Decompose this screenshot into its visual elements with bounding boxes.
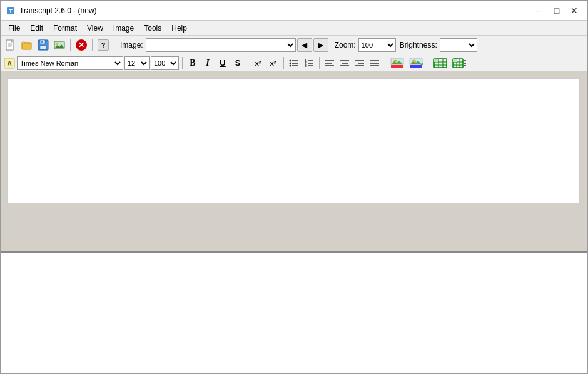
svg-rect-12 — [40, 46, 46, 49]
svg-rect-13 — [41, 41, 43, 43]
unordered-list-button[interactable] — [287, 56, 301, 70]
split-container — [1, 72, 587, 373]
font-name-select[interactable]: Times New Roman Arial Courier New Verdan… — [17, 56, 123, 70]
menu-help[interactable]: Help — [166, 23, 192, 34]
nav-prev-button[interactable]: ◀ — [297, 38, 312, 52]
insert-table-button[interactable] — [432, 56, 449, 70]
svg-text:T: T — [9, 8, 13, 14]
window-title: Transcript 2.6.0 - (new) — [19, 6, 97, 15]
nav-next-button[interactable]: ▶ — [313, 38, 328, 52]
ordered-list-button[interactable]: 1. 2. 3. — [302, 56, 316, 70]
svg-point-15 — [56, 43, 58, 45]
app-window: T Transcript 2.6.0 - (new) ─ □ ✕ File Ed… — [0, 0, 588, 374]
toolbar-format: A Times New Roman Arial Courier New Verd… — [1, 54, 587, 72]
text-color-button[interactable] — [388, 56, 406, 70]
brightness-select[interactable]: 25 50 75 100 — [440, 38, 477, 52]
menu-tools[interactable]: Tools — [139, 23, 166, 34]
app-icon: T — [6, 6, 16, 16]
menu-view[interactable]: View — [82, 23, 108, 34]
titlebar: T Transcript 2.6.0 - (new) ─ □ ✕ — [1, 1, 587, 21]
format-sep-1 — [182, 57, 183, 69]
zoom-label: Zoom: — [335, 41, 356, 49]
svg-rect-50 — [410, 65, 422, 68]
svg-text:3.: 3. — [305, 64, 308, 68]
italic-button[interactable]: I — [201, 56, 215, 70]
menu-image[interactable]: Image — [108, 23, 139, 34]
brightness-label: Brightness: — [400, 41, 437, 49]
top-editor-area — [1, 72, 587, 251]
svg-point-23 — [290, 64, 291, 66]
svg-rect-46 — [391, 65, 403, 68]
align-left-button[interactable] — [323, 56, 337, 70]
image-group: Image: — [120, 38, 296, 52]
svg-point-21 — [290, 62, 291, 64]
align-center-button[interactable] — [338, 56, 352, 70]
save-button[interactable] — [36, 38, 51, 53]
toolbar-separator-2 — [92, 39, 93, 51]
bold-button[interactable]: B — [186, 56, 200, 70]
image-select[interactable] — [146, 38, 296, 52]
close-button[interactable]: ✕ — [566, 4, 582, 17]
editor-page-top[interactable] — [7, 78, 580, 203]
minimize-button[interactable]: ─ — [531, 4, 547, 17]
top-scroll-area[interactable] — [1, 72, 587, 251]
help-icon: ? — [98, 39, 109, 51]
menu-format[interactable]: Format — [48, 23, 82, 34]
table-options-button[interactable] — [450, 56, 468, 70]
svg-rect-62 — [453, 59, 457, 62]
format-sep-5 — [385, 57, 385, 69]
zoom-group: Zoom: 100 50 75 125 150 200 — [335, 38, 396, 52]
format-sep-3 — [283, 57, 284, 69]
toolbar-separator-3 — [114, 39, 114, 51]
format-sep-6 — [428, 57, 428, 69]
stop-icon: ✕ — [76, 39, 87, 51]
font-icon: A — [3, 57, 16, 69]
export-button[interactable] — [52, 38, 67, 53]
svg-point-19 — [290, 59, 291, 61]
format-sep-2 — [248, 57, 248, 69]
svg-rect-9 — [22, 42, 25, 44]
brightness-group: Brightness: 25 50 75 100 — [400, 38, 477, 52]
bottom-content — [1, 253, 587, 373]
window-controls: ─ □ ✕ — [531, 4, 582, 17]
font-scale-select[interactable]: 100 50 75 125 150 — [151, 56, 179, 70]
svg-text:A: A — [7, 60, 11, 67]
image-label: Image: — [120, 41, 143, 49]
help-button[interactable]: ? — [96, 38, 111, 53]
underline-button[interactable]: U — [216, 56, 230, 70]
highlight-color-button[interactable] — [407, 56, 425, 70]
bottom-panel[interactable] — [1, 251, 587, 373]
new-button[interactable] — [3, 38, 18, 53]
menubar: File Edit Format View Image Tools Help — [1, 21, 587, 36]
open-button[interactable] — [19, 38, 34, 53]
menu-edit[interactable]: Edit — [25, 23, 48, 34]
svg-rect-56 — [434, 59, 438, 62]
zoom-select[interactable]: 100 50 75 125 150 200 — [358, 38, 396, 52]
strikethrough-button[interactable]: S — [231, 56, 245, 70]
stop-button[interactable]: ✕ — [74, 38, 89, 53]
toolbar-separator-1 — [70, 39, 71, 51]
menu-file[interactable]: File — [3, 23, 25, 34]
format-sep-4 — [319, 57, 320, 69]
justify-button[interactable] — [368, 56, 382, 70]
superscript-button[interactable]: x2 — [251, 56, 265, 70]
titlebar-left: T Transcript 2.6.0 - (new) — [6, 6, 97, 16]
subscript-button[interactable]: x2 — [266, 56, 280, 70]
maximize-button[interactable]: □ — [549, 4, 565, 17]
font-size-select[interactable]: 12 8 10 14 16 18 24 — [124, 56, 150, 70]
align-right-button[interactable] — [353, 56, 367, 70]
toolbar-main: ✕ ? Image: ◀ ▶ Zoom: 100 50 75 125 150 — [1, 36, 587, 54]
